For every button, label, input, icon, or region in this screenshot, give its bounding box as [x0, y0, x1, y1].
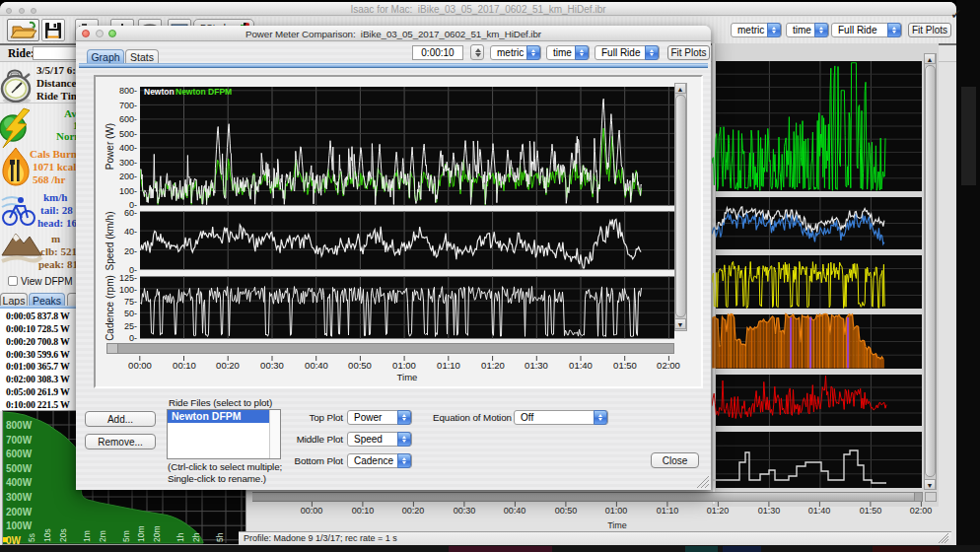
svg-text:Newton DFPM: Newton DFPM [175, 87, 232, 97]
svg-text:Newton: Newton [144, 87, 175, 97]
